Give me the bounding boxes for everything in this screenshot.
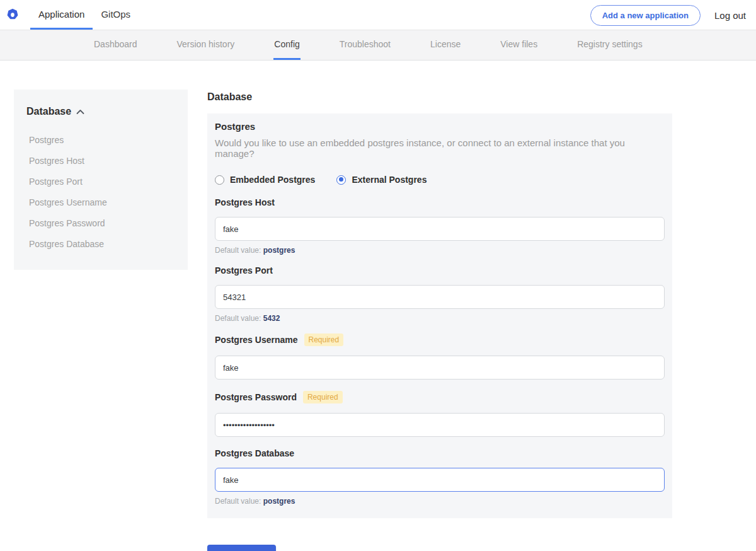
add-application-button[interactable]: Add a new application (590, 5, 701, 26)
sidebar-item-postgres-host[interactable]: Postgres Host (26, 151, 175, 171)
postgres-database-label: Postgres Database (215, 448, 294, 458)
tab-application-label: Application (38, 9, 84, 20)
tab-gitops-label: GitOps (101, 9, 130, 20)
tab-application[interactable]: Application (30, 0, 93, 30)
postgres-password-label: Postgres Password (215, 392, 297, 402)
radio-unchecked-icon (215, 175, 224, 185)
postgres-database-input[interactable] (215, 468, 665, 492)
subnav-troubleshoot[interactable]: Troubleshoot (339, 30, 391, 60)
app-subnav: Dashboard Version history Config Trouble… (0, 30, 756, 61)
sidebar-item-postgres[interactable]: Postgres (26, 130, 175, 151)
postgres-item-help: Would you like to use an embedded postgr… (215, 137, 665, 159)
postgres-host-label: Postgres Host (215, 197, 275, 207)
subnav-view-files[interactable]: View files (500, 30, 538, 60)
config-group-panel: Postgres Would you like to use an embedd… (207, 113, 672, 518)
sidebar-item-postgres-password[interactable]: Postgres Password (26, 213, 175, 234)
postgres-database-default: Default value: postgres (215, 497, 665, 506)
subnav-registry-settings[interactable]: Registry settings (576, 30, 643, 60)
config-page: Database Postgres Postgres Host Postgres… (0, 61, 756, 551)
radio-embedded-label: Embedded Postgres (230, 175, 315, 185)
app-logo-icon (6, 9, 19, 21)
required-badge: Required (303, 391, 343, 403)
subnav-license[interactable]: License (430, 30, 461, 60)
postgres-port-input[interactable] (215, 285, 665, 309)
config-main: Database Postgres Would you like to use … (207, 91, 672, 551)
subnav-dashboard[interactable]: Dashboard (93, 30, 138, 60)
sidebar-group-title: Database (26, 106, 71, 117)
postgres-host-input[interactable] (215, 217, 665, 241)
config-sidebar: Database Postgres Postgres Host Postgres… (14, 90, 188, 270)
postgres-item-label: Postgres (215, 121, 665, 132)
config-group-title: Database (207, 91, 672, 103)
postgres-password-input[interactable] (215, 413, 665, 437)
header-tabs: Application GitOps (30, 0, 139, 30)
subnav-config[interactable]: Config (273, 30, 300, 60)
save-config-button[interactable]: Save config (207, 545, 276, 551)
postgres-port-default: Default value: 5432 (215, 314, 665, 323)
postgres-host-default: Default value: postgres (215, 246, 665, 255)
sidebar-item-postgres-port[interactable]: Postgres Port (26, 171, 175, 192)
radio-external-label: External Postgres (352, 175, 427, 185)
required-badge: Required (304, 334, 344, 346)
sidebar-item-postgres-username[interactable]: Postgres Username (26, 192, 175, 213)
radio-embedded-postgres[interactable]: Embedded Postgres (215, 175, 315, 185)
radio-external-postgres[interactable]: External Postgres (336, 175, 427, 185)
top-header: Application GitOps Add a new application… (0, 0, 756, 30)
chevron-up-icon (76, 106, 84, 117)
postgres-username-label: Postgres Username (215, 335, 298, 345)
sidebar-item-postgres-database[interactable]: Postgres Database (26, 234, 175, 255)
logout-link[interactable]: Log out (714, 10, 746, 21)
tab-gitops[interactable]: GitOps (93, 0, 139, 30)
header-actions: Add a new application Log out (590, 0, 746, 30)
subnav-version-history[interactable]: Version history (176, 30, 236, 60)
postgres-username-input[interactable] (215, 356, 665, 380)
sidebar-group-database[interactable]: Database (26, 106, 175, 117)
radio-checked-icon (336, 175, 346, 185)
postgres-port-label: Postgres Port (215, 265, 273, 276)
postgres-radio-group: Embedded Postgres External Postgres (215, 175, 665, 185)
